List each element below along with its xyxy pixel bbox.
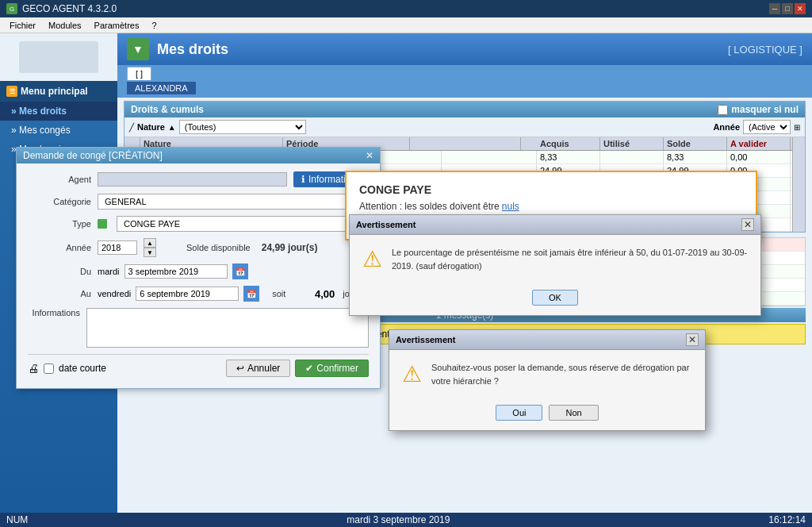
logo-image xyxy=(19,41,98,73)
solde-label: Solde disponible xyxy=(186,243,251,252)
oui-button[interactable]: Oui xyxy=(496,405,542,421)
app-icon: G xyxy=(6,3,17,14)
username-label: ALEXANDRA xyxy=(127,82,196,94)
droits-icon: ▼ xyxy=(127,38,149,60)
confirmer-button[interactable]: ✔ Confirmer xyxy=(295,360,369,377)
nuls-link[interactable]: nuls xyxy=(502,201,519,212)
avert2-close-button[interactable]: ✕ xyxy=(686,333,699,346)
solde-value: 24,99 jour(s) xyxy=(262,242,318,253)
masquer-input[interactable] xyxy=(718,105,728,115)
module-label: [ LOGISTIQUE ] xyxy=(728,44,802,56)
titlebar: G GECO AGENT 4.3.2.0 ─ □ ✕ xyxy=(0,0,812,17)
bottom-bar: NUM mardi 3 septembre 2019 16:12:14 xyxy=(0,513,812,527)
annee-spinner[interactable]: ▲ ▼ xyxy=(144,238,156,257)
table-scrollbar[interactable] xyxy=(792,137,805,232)
soit-value: 4,00 xyxy=(295,288,335,300)
avert2-text: Souhaitez-vous poser la demande, sous ré… xyxy=(431,361,692,387)
form-close-button[interactable]: ✕ xyxy=(366,150,373,161)
annee-filter-select[interactable]: (Active) xyxy=(743,120,791,134)
footer-buttons: ↩ Annuler ✔ Confirmer xyxy=(226,360,369,377)
menu-parametres[interactable]: Paramètres xyxy=(88,19,146,32)
print-icon: 🖨 xyxy=(28,362,39,375)
avert1-ok-button[interactable]: OK xyxy=(532,290,578,306)
nature-filter-select[interactable]: (Toutes) xyxy=(179,120,306,134)
td-avalider: 0,00 xyxy=(727,151,791,163)
avertissement-dialog-2: Avertissement ✕ ⚠ Souhaitez-vous poser l… xyxy=(389,329,706,431)
menu-help[interactable]: ? xyxy=(145,19,163,32)
non-button[interactable]: Non xyxy=(549,405,598,421)
du-date-row: mardi 📅 xyxy=(98,264,248,279)
menubar: Fichier Modules Paramètres ? xyxy=(0,17,812,33)
content-header: ▼ Mes droits [ LOGISTIQUE ] xyxy=(117,33,812,65)
annee-input[interactable] xyxy=(98,240,137,255)
conge-form: Demande de congé [CRÉATION] ✕ Agent ℹ In… xyxy=(16,147,381,389)
annee-expand-icon: ⊞ xyxy=(794,123,800,132)
minimize-button[interactable]: ─ xyxy=(769,3,780,14)
masquer-checkbox[interactable]: masquer si nul xyxy=(718,104,799,115)
au-day: vendredi xyxy=(98,289,131,298)
date-courte-checkbox[interactable] xyxy=(44,364,54,374)
droits-title: Droits & cumuls xyxy=(131,104,204,115)
conge-popup-title: CONGE PAYE xyxy=(359,183,743,196)
avert1-close-button[interactable]: ✕ xyxy=(741,218,754,231)
conge-popup-text: Attention : les soldes doivent être nuls xyxy=(359,201,743,212)
infos-label: Informations xyxy=(28,308,80,317)
categorie-select[interactable]: GENERAL xyxy=(98,194,369,210)
app-title: GECO AGENT 4.3.2.0 xyxy=(22,3,117,14)
avert2-warning-icon: ⚠ xyxy=(402,361,422,387)
avert2-body: ⚠ Souhaitez-vous poser la demande, sous … xyxy=(389,350,705,398)
th-solde: Solde xyxy=(664,137,727,150)
categorie-row: Catégorie GENERAL xyxy=(28,194,369,210)
spinner-up[interactable]: ▲ xyxy=(144,238,156,248)
du-calendar-button[interactable]: 📅 xyxy=(232,264,248,279)
annee-solde-row: Année ▲ ▼ Solde disponible 24,99 jour(s) xyxy=(28,238,369,257)
du-day: mardi xyxy=(98,267,120,276)
form-body: Agent ℹ Informations Catégorie GENERAL T… xyxy=(17,163,380,388)
annuler-button[interactable]: ↩ Annuler xyxy=(226,360,290,377)
filter-slash-icon: ╱ xyxy=(129,123,134,132)
du-label: Du xyxy=(28,267,91,276)
avert2-title: Avertissement xyxy=(396,335,455,344)
type-label: Type xyxy=(28,219,91,229)
au-calendar-button[interactable]: 📅 xyxy=(243,286,259,302)
sidebar-item-mes-conges[interactable]: » Mes congés xyxy=(0,121,117,140)
confirmer-icon: ✔ xyxy=(305,363,313,374)
type-select[interactable]: CONGE PAYE xyxy=(117,216,369,232)
sidebar-logo xyxy=(0,33,117,81)
th-annee xyxy=(442,137,521,150)
avertissement-dialog-1: Avertissement ✕ ⚠ Le pourcentage de prés… xyxy=(349,214,761,316)
date-courte-label: date courte xyxy=(59,363,106,374)
avert1-title: Avertissement xyxy=(356,220,416,229)
info-icon: ℹ xyxy=(301,174,305,185)
maximize-button[interactable]: □ xyxy=(782,3,793,14)
window-controls[interactable]: ─ □ ✕ xyxy=(769,3,806,14)
menu-modules[interactable]: Modules xyxy=(42,19,88,32)
menu-fichier[interactable]: Fichier xyxy=(3,19,42,32)
du-date-input[interactable] xyxy=(124,264,228,279)
bottom-num: NUM xyxy=(6,514,28,525)
agent-input[interactable] xyxy=(98,172,287,187)
sidebar-item-mes-droits[interactable]: » Mes droits xyxy=(0,102,117,121)
form-title: Demande de congé [CRÉATION] xyxy=(23,150,163,161)
avert1-text: Le pourcentage de présentéisme ne soit j… xyxy=(392,246,748,272)
infos-textarea[interactable] xyxy=(86,308,369,348)
filter-sort-icon: ▲ xyxy=(168,123,176,132)
droits-toolbar: ╱ Nature ▲ (Toutes) Année (Active) ⊞ xyxy=(124,117,805,137)
user-tab-active[interactable]: [ ] xyxy=(127,67,151,80)
menu-principal-header: ☰ Menu principal xyxy=(0,81,117,102)
close-button[interactable]: ✕ xyxy=(795,3,806,14)
au-date-row: vendredi 📅 soit 4,00 jour(s) xyxy=(98,286,368,302)
au-date-input[interactable] xyxy=(136,287,239,301)
user-tabs: [ ] xyxy=(117,65,812,82)
nature-col-label: Nature xyxy=(137,122,165,132)
th-acquis: Acquis xyxy=(537,137,600,150)
spinner-down[interactable]: ▼ xyxy=(144,248,156,257)
avert1-body: ⚠ Le pourcentage de présentéisme ne soit… xyxy=(350,235,760,283)
masquer-label: masquer si nul xyxy=(731,104,799,115)
du-row: Du mardi 📅 xyxy=(28,264,369,279)
form-footer: 🖨 date courte ↩ Annuler ✔ Confirmer xyxy=(28,354,369,380)
annuler-icon: ↩ xyxy=(236,363,244,374)
td-acquis: 8,33 xyxy=(537,151,600,163)
au-row: Au vendredi 📅 soit 4,00 jour(s) xyxy=(28,286,369,302)
categorie-label: Catégorie xyxy=(28,197,91,206)
